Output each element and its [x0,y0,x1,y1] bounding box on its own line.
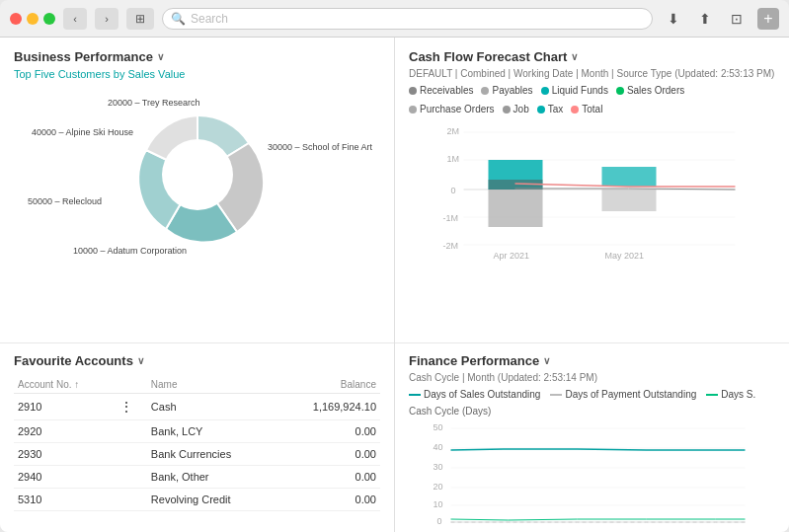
cash-flow-section: Cash Flow Forecast Chart ∨ DEFAULT | Com… [395,38,789,343]
acct-2930[interactable]: 2930 [14,443,116,466]
fp-sub-label: Cash Cycle (Days) [409,406,775,417]
acct-name-2940: Bank, Other [147,466,276,489]
legend-total: Total [571,104,602,114]
acct-name-5310: Revolving Credit [147,489,276,511]
row-menu-icon[interactable]: ⋮ [116,394,147,420]
cf-title: Cash Flow Forecast Chart ∨ [409,49,775,64]
fp-title: Finance Performance ∨ [409,353,775,368]
svg-text:10: 10 [434,499,443,509]
search-bar[interactable]: 🔍 Search [162,8,653,30]
label-school: 30000 – School of Fine Art [268,142,372,154]
add-tab-button[interactable]: + [757,8,779,30]
acct-2940[interactable]: 2940 [14,466,116,489]
donut-chart-container: 20000 – Trey Research 40000 – Alpine Ski… [14,88,380,266]
legend-tax: Tax [537,104,564,114]
acct-5310[interactable]: 5310 [14,489,116,511]
fa-title: Favourite Accounts ∨ [14,353,380,368]
svg-text:-1M: -1M [443,213,459,223]
label-trey: 20000 – Trey Research [108,98,200,110]
col-spacer [116,376,147,394]
svg-text:-2M: -2M [443,241,459,251]
legend-sales-orders: Sales Orders [616,85,684,96]
fp-chevron-icon[interactable]: ∨ [543,355,550,366]
svg-rect-14 [602,167,657,187]
label-relecloud: 50000 – Relecloud [28,196,102,208]
svg-text:0: 0 [437,516,442,526]
balance-2910: 1,169,924.10 [276,394,380,420]
svg-text:Apr 2021: Apr 2021 [494,251,530,261]
donut-chart [89,86,306,268]
balance-2920: 0.00 [276,420,380,443]
table-row: 2910 ⋮ Cash 1,169,924.10 [14,394,380,420]
table-row: 2930 Bank Currencies 0.00 [14,443,380,466]
table-row: 2940 Bank, Other 0.00 [14,466,380,489]
acct-name-2930: Bank Currencies [147,443,276,466]
business-performance-section: Business Performance ∨ Top Five Customer… [0,38,394,343]
bp-chevron-icon[interactable]: ∨ [157,51,164,62]
minimize-button[interactable] [27,13,39,25]
table-row: 5310 Revolving Credit 0.00 [14,489,380,511]
label-adatum: 10000 – Adatum Corporation [73,246,187,258]
balance-2930: 0.00 [276,443,380,466]
forward-button[interactable]: › [95,8,118,30]
search-placeholder: Search [191,12,228,26]
fp-meta: Cash Cycle | Month (Updated: 2:53:14 PM) [409,372,775,383]
bp-title: Business Performance ∨ [14,49,380,64]
action-icon[interactable]: ⊡ [724,8,750,30]
toolbar-icons: ⬇ ⬆ ⊡ [661,8,750,30]
cf-meta: DEFAULT | Combined | Working Date | Mont… [409,68,775,79]
finance-performance-chart: 50 40 30 20 10 0 [409,420,775,529]
col-balance: Balance [276,376,380,394]
finance-performance-section: Finance Performance ∨ Cash Cycle | Month… [395,343,789,532]
legend-job: Job [503,104,529,114]
page-icon: ⊞ [126,8,154,30]
svg-text:20: 20 [434,482,443,492]
legend-receivables: Receivables [409,85,473,96]
fa-chevron-icon[interactable]: ∨ [137,355,144,366]
cf-chevron-icon[interactable]: ∨ [571,51,578,62]
svg-point-0 [162,139,233,210]
svg-text:50: 50 [434,422,443,432]
row-spacer [116,420,147,443]
col-name: Name [147,376,276,394]
main-content: Business Performance ∨ Top Five Customer… [0,38,789,532]
favourite-accounts-section: Favourite Accounts ∨ Account No. ↑ Name … [0,343,394,532]
acct-name-2910: Cash [147,394,276,420]
share-icon[interactable]: ⬆ [692,8,718,30]
acct-2920[interactable]: 2920 [14,420,116,443]
close-button[interactable] [10,13,22,25]
balance-2940: 0.00 [276,466,380,489]
fp-title-text: Finance Performance [409,353,539,368]
acct-2910[interactable]: 2910 [14,394,116,420]
maximize-button[interactable] [43,13,55,25]
fp-legend: Days of Sales Outstanding Days of Paymen… [409,389,775,400]
table-row: 2920 Bank, LCY 0.00 [14,420,380,443]
back-button[interactable]: ‹ [63,8,87,30]
svg-text:40: 40 [434,442,443,452]
left-panel: Business Performance ∨ Top Five Customer… [0,38,395,532]
balance-5310: 0.00 [276,489,380,511]
acct-name-2920: Bank, LCY [147,420,276,443]
svg-rect-12 [489,190,543,227]
legend-purchase-orders: Purchase Orders [409,104,495,114]
legend-days-s: Days S. [706,389,755,400]
legend-liquid-funds: Liquid Funds [541,85,608,96]
svg-text:1M: 1M [447,154,460,164]
bp-subtitle[interactable]: Top Five Customers by Sales Value [14,68,380,80]
traffic-lights [10,13,55,25]
row-spacer [116,489,147,511]
col-account: Account No. ↑ [14,376,116,394]
legend-days-payment: Days of Payment Outstanding [550,389,696,400]
row-spacer [116,443,147,466]
svg-text:May 2021: May 2021 [605,251,645,261]
search-icon: 🔍 [171,12,186,26]
legend-days-sales: Days of Sales Outstanding [409,389,540,400]
titlebar: ‹ › ⊞ 🔍 Search ⬇ ⬆ ⊡ + [0,0,789,38]
legend-payables: Payables [481,85,532,96]
svg-text:2M: 2M [447,126,460,136]
right-panel: Cash Flow Forecast Chart ∨ DEFAULT | Com… [395,38,789,532]
download-icon[interactable]: ⬇ [661,8,686,30]
fa-title-text: Favourite Accounts [14,353,133,368]
row-spacer [116,466,147,489]
cf-legend: Receivables Payables Liquid Funds Sales … [409,85,775,114]
